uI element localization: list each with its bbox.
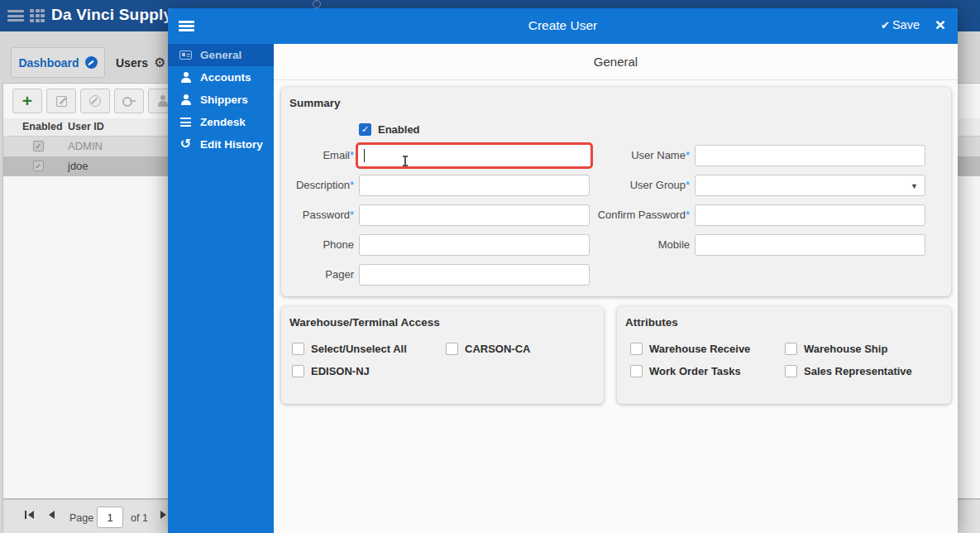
sidebar-item-edit-history[interactable]: ↺ Edit History: [168, 133, 274, 156]
sidebar-item-shippers[interactable]: Shippers: [168, 89, 274, 111]
screen: Da Vinci Supply Chain Dashboard Users ⚙ …: [0, 0, 980, 533]
column-user-id: User ID: [68, 121, 104, 132]
row-user-id: jdoe: [68, 160, 88, 172]
sidebar-item-accounts[interactable]: Accounts: [168, 66, 274, 89]
option-sales-representative: Sales Representative: [785, 365, 912, 377]
users-toolbar: +: [12, 89, 178, 113]
enabled-label: Enabled: [378, 123, 420, 136]
apps-grid-icon[interactable]: [30, 9, 45, 22]
list-icon: [179, 118, 193, 127]
modal-body: General Summary ✓ Enabled Email* Descrip…: [274, 44, 958, 533]
key-icon: [122, 95, 136, 107]
save-button-label: Save: [892, 18, 920, 31]
user-name-label: User Name*: [538, 145, 690, 166]
user-group-label: User Group*: [538, 175, 690, 196]
text-caret: [364, 149, 365, 162]
edison-nj-checkbox[interactable]: [292, 365, 304, 377]
user-name-input[interactable]: [695, 145, 925, 166]
save-button[interactable]: ✔ Save: [881, 18, 920, 31]
page-count-label: of 1: [131, 512, 148, 524]
sidebar-item-label: Shippers: [200, 94, 248, 106]
menu-icon[interactable]: [7, 10, 24, 22]
option-carson-ca: CARSON-CA: [446, 343, 530, 355]
confirm-password-input[interactable]: [695, 204, 925, 226]
select-unselect-all-checkbox[interactable]: [292, 343, 304, 355]
option-work-order-tasks: Work Order Tasks: [630, 365, 741, 377]
sidebar-item-label: Zendesk: [200, 116, 246, 128]
registered-mark-icon: [313, 0, 321, 8]
sales-representative-checkbox[interactable]: [785, 365, 797, 377]
section-title: General: [274, 44, 958, 80]
chevron-down-icon: ▼: [911, 182, 918, 190]
next-page-button[interactable]: [160, 511, 166, 519]
row-enabled-checkbox[interactable]: ✓: [33, 141, 44, 151]
warehouse-access-title: Warehouse/Terminal Access: [289, 316, 440, 329]
disable-user-button[interactable]: [80, 89, 110, 113]
person-icon: [179, 72, 193, 83]
confirm-password-label: Confirm Password*: [538, 204, 690, 226]
pager-input[interactable]: [359, 264, 590, 286]
mobile-input[interactable]: [695, 234, 925, 256]
dashboard-gauge-icon: [85, 56, 98, 69]
sidebar-item-label: Edit History: [200, 138, 263, 151]
tab-dashboard[interactable]: Dashboard: [11, 47, 105, 78]
prev-page-button[interactable]: [49, 511, 55, 519]
attributes-title: Attributes: [625, 316, 678, 329]
close-modal-icon[interactable]: ×: [935, 16, 945, 33]
page-label: Page: [69, 512, 93, 524]
edit-icon: [56, 96, 67, 107]
reset-password-button[interactable]: [114, 89, 144, 113]
pager-label: Pager: [281, 264, 354, 286]
option-select-unselect-all: Select/Unselect All: [292, 343, 407, 355]
password-label: Password*: [281, 204, 354, 226]
carson-ca-checkbox[interactable]: [446, 343, 458, 355]
check-icon: ✔: [881, 19, 890, 31]
email-label: Email*: [281, 145, 354, 166]
history-icon: ↺: [179, 137, 193, 151]
modal-title: Create User: [168, 18, 958, 33]
option-warehouse-ship: Warehouse Ship: [785, 343, 887, 355]
sidebar-item-label: Accounts: [200, 71, 251, 84]
warehouse-access-card: Warehouse/Terminal Access Select/Unselec…: [281, 306, 604, 404]
option-edison-nj: EDISON-NJ: [292, 365, 370, 377]
first-page-button[interactable]: [25, 511, 34, 519]
person-icon: [179, 94, 193, 105]
warehouse-ship-checkbox[interactable]: [785, 343, 797, 355]
id-card-icon: [179, 50, 193, 60]
summary-card: Summary ✓ Enabled Email* Description* Pa…: [281, 87, 951, 296]
description-label: Description*: [281, 175, 354, 196]
column-enabled: Enabled: [22, 121, 63, 132]
create-user-modal: Create User ✔ Save × General Accounts Sh…: [168, 8, 958, 533]
sidebar-item-zendesk[interactable]: Zendesk: [168, 111, 274, 133]
user-group-select[interactable]: ▼: [695, 175, 925, 196]
edit-user-button[interactable]: [46, 89, 76, 113]
attributes-card: Attributes Warehouse Receive Warehouse S…: [617, 306, 951, 404]
phone-label: Phone: [281, 234, 354, 256]
sidebar-item-label: General: [200, 49, 241, 61]
gear-icon[interactable]: ⚙: [154, 56, 165, 70]
row-user-id: ADMIN: [68, 140, 103, 152]
row-enabled-checkbox[interactable]: ✓: [33, 161, 44, 171]
page-number-input[interactable]: [97, 507, 123, 528]
modal-header: Create User ✔ Save ×: [168, 8, 958, 44]
modal-sidebar: General Accounts Shippers Zendesk ↺ Edit…: [168, 44, 274, 533]
block-icon: [89, 95, 101, 107]
option-warehouse-receive: Warehouse Receive: [630, 343, 750, 355]
enabled-checkbox[interactable]: ✓: [359, 123, 371, 136]
add-user-button[interactable]: +: [12, 89, 42, 113]
enabled-field: ✓ Enabled: [359, 123, 420, 136]
plus-icon: +: [22, 92, 32, 109]
tab-users-label: Users: [116, 56, 148, 70]
work-order-tasks-checkbox[interactable]: [630, 365, 643, 377]
ibeam-cursor-icon: [404, 156, 406, 166]
person-icon: [157, 95, 169, 107]
mobile-label: Mobile: [538, 234, 690, 256]
summary-title: Summary: [289, 97, 341, 109]
sidebar-item-general[interactable]: General: [168, 44, 274, 66]
warehouse-receive-checkbox[interactable]: [630, 343, 643, 355]
tab-dashboard-label: Dashboard: [18, 56, 79, 70]
